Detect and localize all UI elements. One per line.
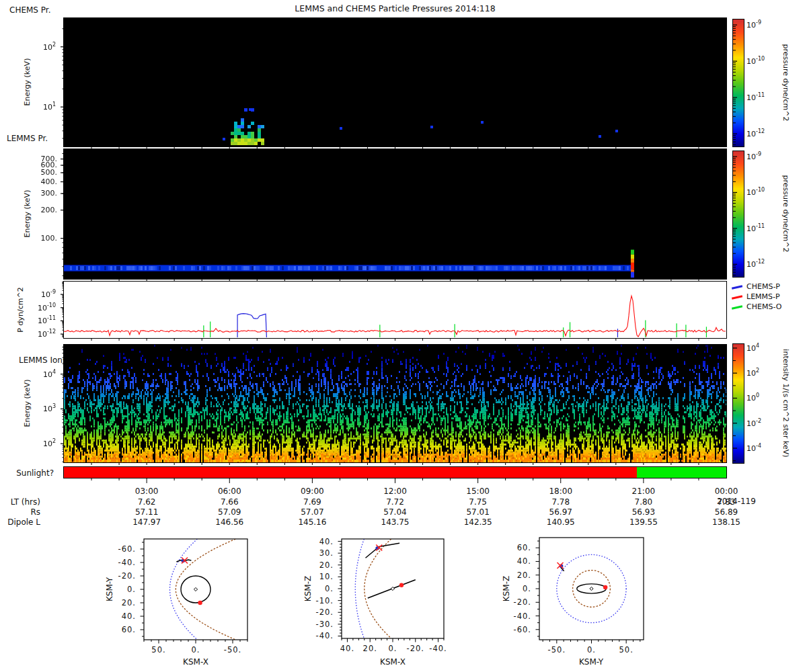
row-label-lt: LT (hrs) [0, 497, 40, 507]
orbit-y-tick-label: -60. [504, 625, 531, 634]
colorbar-tick-label: 100 [746, 392, 779, 403]
orbit-data [170, 539, 236, 640]
y-tick-label: 100. [32, 234, 57, 243]
colorbar-tick-label: 10-10 [746, 56, 779, 66]
time-tick-label: 00:00 [703, 487, 750, 496]
colorbar-pressure-2-ticks [733, 151, 744, 277]
time-tick-label: 03:00 [123, 487, 170, 496]
value-lthrs: 7.66 [206, 497, 253, 507]
hour-tick-strip [64, 279, 726, 286]
legend-swatch-lemms-p [732, 295, 742, 299]
orbit-y-tick-label: 40. [307, 537, 334, 546]
colorbar-tick-label: 10-9 [746, 151, 779, 161]
hour-tick-strip [64, 338, 726, 345]
colorbar-tick-label: 10-12 [746, 259, 779, 269]
orbit-y-tick-label: -60. [109, 544, 136, 554]
y-tick-label: 102 [24, 438, 56, 448]
y-tick-label: 500. [32, 168, 57, 177]
pressure-lines-panel-canvas [64, 282, 726, 338]
orbit-x-tick-label: 0. [181, 645, 210, 655]
orbit-y-tick-label: -10. [307, 596, 334, 605]
orbit-y-tick-label: 0. [504, 584, 531, 593]
time-tick-label: 15:00 [455, 487, 502, 496]
x-axis-label-ksm-x-1: KSM-X [162, 657, 229, 667]
y-axis-ticks [59, 18, 64, 146]
colorbar-pressure-1-ticks [733, 19, 744, 146]
lemms-ions-panel-frame [63, 344, 727, 463]
y-tick-label: 400. [32, 177, 57, 186]
legend-swatch-chems-o [732, 305, 742, 309]
chems-pressure-panel-canvas [64, 18, 726, 146]
value-rs: 57.04 [372, 507, 419, 517]
value-lthrs: 7.83 [703, 497, 750, 507]
time-tick-label: 12:00 [372, 487, 419, 496]
value-dipolel: 138.15 [703, 517, 750, 527]
legend-swatch-chems-p [732, 285, 742, 289]
row-label-dipole: Dipole L [0, 517, 40, 527]
orbit-x-tick-label: 40. [332, 644, 362, 653]
orbit-y-tick-label: -20. [307, 607, 334, 617]
legend-label: CHEMS-O [746, 302, 781, 311]
legend-item: CHEMS-P [732, 282, 806, 292]
y-tick-label: 10-12 [24, 329, 56, 339]
y-tick-label: 102 [24, 42, 56, 52]
orbit-y-tick-label: 40. [109, 612, 136, 621]
x-axis-label-ksm-y: KSM-Y [558, 657, 625, 667]
value-lthrs: 7.72 [372, 497, 419, 507]
orbit-x-tick-label: -50. [218, 645, 247, 655]
value-rs: 57.11 [123, 507, 170, 517]
y-axis-ticks [59, 345, 64, 462]
plot-page: LEMMS and CHEMS Particle Pressures 2014:… [0, 0, 807, 672]
legend-item: LEMMS-P [732, 292, 806, 302]
orbit-x-tick-label: 50. [144, 645, 174, 655]
sunlight-segment-1 [637, 467, 726, 478]
orbit-plot-orbit_yz [534, 538, 645, 647]
orbit-y-tick-label: -40. [307, 631, 334, 640]
value-lthrs: 7.69 [289, 497, 336, 507]
orbit-x-tick-label: -50. [542, 645, 572, 655]
sunlight-bar [63, 466, 727, 478]
y-tick-label: 10-10 [24, 302, 56, 312]
orbit-y-tick-label: 20. [109, 598, 136, 607]
value-dipolel: 142.35 [455, 517, 502, 527]
orbit-y-tick-label: 60. [109, 625, 136, 634]
orbit-y-tick-label: -20. [109, 571, 136, 581]
colorbar-intensity-ticks [733, 344, 744, 463]
orbit-data [557, 554, 626, 622]
orbit-y-tick-label: -30. [307, 620, 334, 629]
value-dipolel: 139.55 [620, 517, 667, 527]
hour-tick-strip [64, 146, 726, 153]
colorbar-tick-label: 10-11 [746, 92, 779, 102]
time-tick-label: 21:00 [620, 487, 667, 496]
legend: CHEMS-P LEMMS-P CHEMS-O [732, 282, 806, 312]
value-lthrs: 7.62 [123, 497, 170, 507]
value-rs: 57.09 [206, 507, 253, 517]
panel-label-chems-pr: CHEMS Pr. [9, 5, 50, 15]
lemms-ions-panel-canvas [64, 345, 726, 462]
orbit-y-tick-label: -40. [109, 558, 136, 567]
y-tick-label: 10-9 [24, 289, 56, 299]
orbit-x-tick-label: 0. [577, 645, 607, 655]
orbit-y-tick-label: 0. [307, 584, 334, 593]
y-tick-label: 101 [24, 101, 56, 112]
value-rs: 56.93 [620, 507, 667, 517]
lemms-pressure-panel-canvas [64, 149, 726, 279]
y-axis-ticks [59, 149, 64, 279]
y-tick-label: 104 [24, 369, 56, 379]
value-rs: 56.97 [537, 507, 584, 517]
y-tick-label: 10-11 [24, 315, 56, 325]
colorbar-tick-label: 10-12 [746, 128, 779, 138]
orbit-y-tick-label: 60. [504, 543, 531, 552]
orbit-plot-orbit_xy [139, 539, 249, 647]
orbit-y-tick-label: 30. [307, 548, 334, 558]
y-tick-label: 103 [24, 403, 56, 413]
colorbar-tick-label: 104 [746, 343, 779, 353]
y-axis-ticks [59, 282, 64, 338]
orbit-y-tick-label: -40. [504, 612, 531, 621]
x-axis-label-ksm-x-2: KSM-X [359, 657, 426, 667]
panel-label-lemms-pr: LEMMS Pr. [7, 134, 48, 143]
time-tick-label: 09:00 [289, 487, 336, 496]
orbit-plot-orbit_xz [336, 539, 445, 646]
pressure-lines-panel-frame [63, 281, 727, 339]
row-label-rs: Rs [0, 507, 40, 517]
